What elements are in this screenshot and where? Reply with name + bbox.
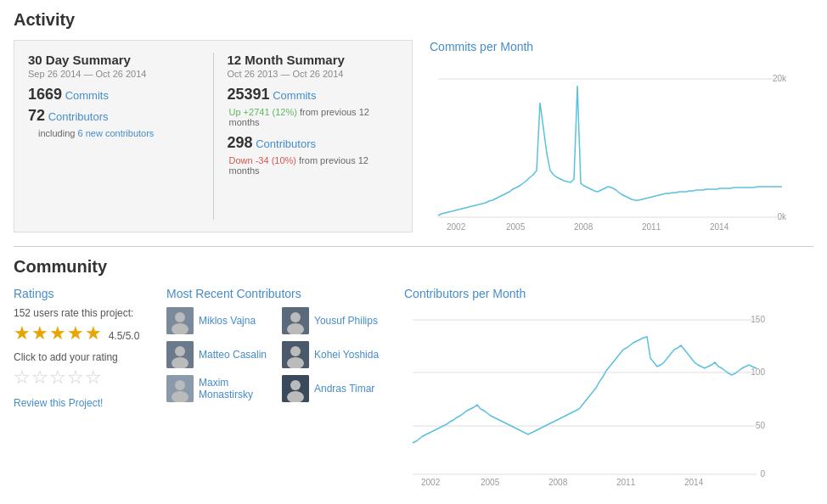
star-1: ★ bbox=[14, 322, 31, 344]
contrib-name-4[interactable]: Maxim Monastirsky bbox=[199, 377, 272, 400]
ratings-block: Ratings 152 users rate this project: ★ ★… bbox=[14, 287, 149, 488]
rate-star-3[interactable]: ☆ bbox=[49, 367, 66, 389]
rate-star-4[interactable]: ☆ bbox=[67, 367, 84, 389]
community-section: Community Ratings 152 users rate this pr… bbox=[0, 247, 827, 501]
svg-point-13 bbox=[290, 312, 301, 322]
contributor-item-2: Matteo Casalin bbox=[166, 341, 272, 368]
activity-layout: 30 Day Summary Sep 26 2014 — Oct 26 2014… bbox=[14, 40, 813, 232]
summary-30-date: Sep 26 2014 — Oct 26 2014 bbox=[28, 69, 200, 79]
contributor-item-4: Maxim Monastirsky bbox=[166, 375, 272, 402]
activity-title: Activity bbox=[14, 10, 813, 30]
commits-12-count: 25391 bbox=[228, 86, 270, 103]
community-title: Community bbox=[14, 257, 813, 277]
avatar-1 bbox=[282, 307, 309, 334]
empty-stars-display[interactable]: ☆ ☆ ☆ ☆ ☆ bbox=[14, 367, 149, 389]
avatar-5 bbox=[282, 375, 309, 402]
commits-30-link[interactable]: Commits bbox=[65, 89, 109, 102]
rate-star-1[interactable]: ☆ bbox=[14, 367, 31, 389]
contrib-name-2[interactable]: Matteo Casalin bbox=[199, 349, 267, 361]
contributor-row-1: Miklos Vajna Yousuf Philips bbox=[166, 307, 387, 334]
svg-text:2005: 2005 bbox=[506, 222, 526, 230]
svg-text:50: 50 bbox=[756, 421, 766, 430]
svg-point-19 bbox=[290, 346, 301, 356]
rating-value: 4.5/5.0 bbox=[109, 330, 140, 342]
commits-chart-area: Commits per Month 20k 0k 2002 2005 2008 … bbox=[413, 40, 813, 232]
svg-point-10 bbox=[175, 312, 185, 322]
svg-text:2008: 2008 bbox=[549, 478, 568, 485]
rate-star-5[interactable]: ☆ bbox=[85, 367, 102, 389]
summary-12month: 12 Month Summary Oct 26 2013 — Oct 26 20… bbox=[213, 53, 399, 220]
contributor-row-3: Maxim Monastirsky Andras Timar bbox=[166, 375, 387, 402]
summary-12-title: 12 Month Summary bbox=[228, 53, 399, 67]
contributor-item-5: Andras Timar bbox=[282, 375, 387, 402]
contrib-name-3[interactable]: Kohei Yoshida bbox=[314, 349, 379, 361]
new-contributors-link[interactable]: 6 new contributors bbox=[77, 128, 154, 138]
community-layout: Ratings 152 users rate this project: ★ ★… bbox=[14, 287, 813, 488]
commits-12-change: Up +2741 (12%) from previous 12 months bbox=[229, 107, 399, 127]
svg-point-25 bbox=[290, 380, 301, 390]
contributors-12-line: 298 Contributors bbox=[228, 134, 399, 152]
filled-stars: ★ ★ ★ ★ ★ bbox=[14, 322, 102, 344]
summary-12-date: Oct 26 2013 — Oct 26 2014 bbox=[228, 69, 399, 79]
contrib-name-0[interactable]: Miklos Vajna bbox=[199, 315, 256, 327]
svg-text:2008: 2008 bbox=[574, 222, 594, 230]
contributors-title: Most Recent Contributors bbox=[166, 287, 387, 300]
empty-stars[interactable]: ☆ ☆ ☆ ☆ ☆ bbox=[14, 367, 102, 389]
svg-point-22 bbox=[175, 380, 185, 390]
contrib-name-1[interactable]: Yousuf Philips bbox=[314, 315, 378, 327]
stars-display: ★ ★ ★ ★ ★ 4.5/5.0 bbox=[14, 322, 149, 344]
summary-area: 30 Day Summary Sep 26 2014 — Oct 26 2014… bbox=[14, 40, 413, 232]
contrib-chart-svg: 150 100 50 0 2002 2005 2008 2011 2014 bbox=[404, 307, 769, 485]
contrib-name-5[interactable]: Andras Timar bbox=[314, 383, 374, 395]
contributor-item-3: Kohei Yoshida bbox=[282, 341, 387, 368]
avatar-0 bbox=[166, 307, 194, 334]
contributor-item-0: Miklos Vajna bbox=[166, 307, 272, 334]
commits-chart-title: Commits per Month bbox=[430, 40, 813, 53]
ratings-users-text: 152 users rate this project: bbox=[14, 307, 149, 319]
star-3: ★ bbox=[49, 322, 66, 344]
star-2: ★ bbox=[31, 322, 48, 344]
rate-star-2[interactable]: ☆ bbox=[31, 367, 48, 389]
contributors-30-count: 72 bbox=[28, 107, 45, 124]
contrib-chart-block: Contributors per Month 150 100 50 0 2002… bbox=[404, 287, 813, 488]
ratings-title: Ratings bbox=[14, 287, 149, 300]
click-to-rate-label: Click to add your rating bbox=[14, 351, 149, 363]
svg-text:2002: 2002 bbox=[447, 222, 466, 230]
svg-point-16 bbox=[175, 346, 185, 356]
summary-30-title: 30 Day Summary bbox=[28, 53, 200, 67]
svg-text:2014: 2014 bbox=[710, 222, 729, 230]
commits-30-line: 1669 Commits bbox=[28, 86, 200, 104]
summary-30day: 30 Day Summary Sep 26 2014 — Oct 26 2014… bbox=[28, 53, 213, 220]
commits-12-line: 25391 Commits bbox=[228, 86, 399, 104]
svg-text:2011: 2011 bbox=[642, 222, 661, 230]
contributors-block: Most Recent Contributors Miklos Vajna Yo… bbox=[166, 287, 387, 488]
commits-chart-svg: 20k 0k 2002 2005 2008 2011 2014 bbox=[430, 60, 795, 230]
avatar-2 bbox=[166, 341, 194, 368]
svg-text:2014: 2014 bbox=[684, 478, 704, 485]
contributors-12-count: 298 bbox=[228, 134, 253, 151]
contributors-30-sub: including 6 new contributors bbox=[38, 128, 200, 138]
svg-text:2002: 2002 bbox=[421, 478, 441, 485]
svg-text:2005: 2005 bbox=[481, 478, 500, 485]
star-5: ★ bbox=[85, 322, 102, 344]
svg-text:2011: 2011 bbox=[616, 478, 636, 485]
contrib-chart-title: Contributors per Month bbox=[404, 287, 813, 300]
contributors-30-link[interactable]: Contributors bbox=[48, 110, 109, 123]
avatar-4 bbox=[166, 375, 194, 402]
contributors-30-line: 72 Contributors bbox=[28, 107, 200, 125]
contributor-row-2: Matteo Casalin Kohei Yoshida bbox=[166, 341, 387, 368]
commits-12-link[interactable]: Commits bbox=[273, 89, 316, 102]
star-4: ★ bbox=[67, 322, 84, 344]
review-link[interactable]: Review this Project! bbox=[14, 397, 149, 409]
contributors-12-link[interactable]: Contributors bbox=[256, 137, 316, 150]
contributor-item-1: Yousuf Philips bbox=[282, 307, 387, 334]
svg-text:0: 0 bbox=[760, 469, 765, 479]
avatar-3 bbox=[282, 341, 309, 368]
commits-30-count: 1669 bbox=[28, 86, 62, 103]
contributors-12-change: Down -34 (10%) from previous 12 months bbox=[229, 155, 399, 176]
activity-section: Activity 30 Day Summary Sep 26 2014 — Oc… bbox=[0, 0, 827, 246]
